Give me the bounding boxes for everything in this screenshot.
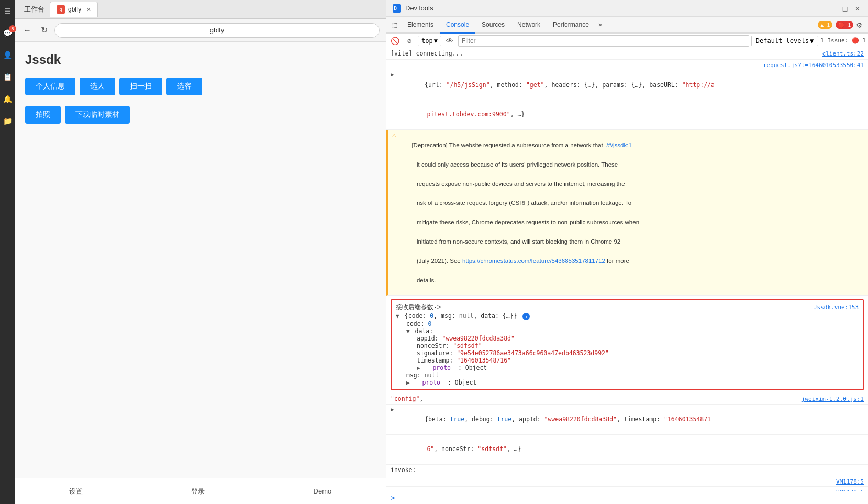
- eye-icon[interactable]: 👁: [443, 35, 456, 47]
- proto2-line: ▶ __proto__: Object: [396, 379, 859, 386]
- tab-performance[interactable]: Performance: [547, 16, 595, 33]
- config-text: "config",: [391, 395, 802, 403]
- expand-proto1-icon[interactable]: ▶: [417, 365, 420, 371]
- devtools-logo: D: [393, 4, 401, 13]
- refresh-button[interactable]: ↻: [38, 24, 50, 37]
- invoke-text: invoke:: [391, 466, 864, 475]
- levels-chevron-icon: ▼: [810, 37, 814, 45]
- button-row-2: 拍照 下载临时素材: [25, 106, 375, 124]
- proto1-line: ▶ __proto__: Object: [396, 364, 859, 371]
- vite-source[interactable]: client.ts:22: [822, 49, 864, 57]
- personal-info-button[interactable]: 个人信息: [25, 78, 75, 95]
- sidebar-folder-icon[interactable]: 📁: [2, 115, 13, 127]
- button-row-1: 个人信息 选人 扫一扫 选客: [25, 78, 375, 95]
- warning-badge[interactable]: ▲ 1: [818, 21, 832, 29]
- obj-preview: {code: 0, msg: null, data: {…}} i: [405, 312, 530, 320]
- scan-button[interactable]: 扫一扫: [119, 78, 162, 95]
- browser-tab[interactable]: g gblfy ×: [50, 2, 98, 17]
- warning-text: [Deprecation] The website requested a su…: [398, 131, 864, 295]
- browser-area: 工作台 g gblfy × ← ↻ gblfy Jssdk 个人信息 选人 扫一…: [15, 0, 386, 504]
- badge-count: 8: [9, 25, 16, 32]
- issue-count[interactable]: 1 Issue: 🔴 1: [820, 37, 866, 44]
- page-title: Jssdk: [25, 52, 375, 67]
- tab-sources[interactable]: Sources: [475, 16, 511, 33]
- settings-gear-icon[interactable]: ⚙: [856, 20, 862, 30]
- beta-cont-text: 6", nonceStr: "sdfsdf", …}: [391, 436, 864, 463]
- object-cont-text: pitest.tobdev.com:9900", …}: [391, 101, 864, 128]
- log-levels-selector[interactable]: Default levels ▼: [751, 36, 818, 46]
- backend-params-label: 接收后端参数->: [396, 303, 441, 311]
- select-person-button[interactable]: 选人: [80, 78, 115, 95]
- signature-line: signature: "9e54e052786ae3473a66c960a47e…: [396, 349, 859, 357]
- prohibit-button[interactable]: ⊘: [403, 35, 416, 47]
- sidebar-list-icon[interactable]: 📋: [2, 71, 13, 83]
- filter-input[interactable]: [458, 35, 749, 47]
- timestamp-line: timestamp: "1646013548716": [396, 357, 859, 364]
- svg-text:D: D: [394, 6, 397, 12]
- console-input[interactable]: [398, 494, 864, 501]
- vm5-source[interactable]: VM1178:5: [836, 477, 864, 485]
- back-button[interactable]: ←: [21, 24, 34, 37]
- console-line-vm5: VM1178:5: [386, 476, 868, 487]
- more-tabs-button[interactable]: »: [595, 21, 605, 28]
- expand-icon[interactable]: ▶: [391, 71, 394, 78]
- workbench-label: 工作台: [19, 5, 50, 14]
- console-prompt: >: [386, 491, 868, 504]
- tab-elements[interactable]: Elements: [401, 16, 440, 33]
- expand-data-icon[interactable]: ▼: [406, 328, 410, 335]
- tab-close-button[interactable]: ×: [86, 5, 91, 14]
- url-bar[interactable]: gblfy: [54, 23, 380, 38]
- object-main-line: ▼ {code: 0, msg: null, data: {…}} i: [396, 312, 859, 320]
- sidebar-chat-icon[interactable]: 💬 8: [2, 27, 13, 39]
- vite-connecting-text: [vite] connecting...: [391, 49, 822, 58]
- info-icon: i: [522, 313, 530, 320]
- error-badge[interactable]: 🔴 1: [836, 21, 853, 29]
- vm6-source[interactable]: VM1178:6: [836, 488, 864, 491]
- tab-title: gblfy: [68, 6, 81, 13]
- inspect-element-button[interactable]: ⬚: [388, 18, 401, 31]
- devtools-tabs: ⬚ Elements Console Sources Network Perfo…: [386, 17, 868, 34]
- page-content: Jssdk 个人信息 选人 扫一扫 选客 拍照 下载临时素材: [15, 42, 386, 478]
- console-line-object: ▶ {url: "/h5/jsSign", method: "get", hea…: [386, 70, 868, 100]
- jssdk-source[interactable]: Jssdk.vue:153: [814, 304, 859, 311]
- close-button[interactable]: ×: [853, 4, 862, 13]
- console-line-object-cont: pitest.tobdev.com:9900", …}: [386, 100, 868, 130]
- devtools-titlebar: D DevTools — □ ×: [386, 0, 868, 17]
- minimize-button[interactable]: —: [828, 4, 837, 13]
- expand-obj-icon[interactable]: ▼: [396, 313, 399, 320]
- console-line-request-source: request.js?t=1646010533550:41: [386, 60, 868, 70]
- console-output: [vite] connecting... client.ts:22 reques…: [386, 48, 868, 491]
- context-selector[interactable]: top ▼: [418, 36, 441, 46]
- console-line-invoke: invoke:: [386, 465, 868, 476]
- sidebar-menu-icon[interactable]: ☰: [2, 5, 13, 17]
- expand-beta-icon[interactable]: ▶: [391, 406, 394, 413]
- maximize-button[interactable]: □: [841, 4, 849, 13]
- sidebar: ☰ 💬 8 👤 📋 🔔 📁: [0, 0, 15, 504]
- sidebar-user-icon[interactable]: 👤: [2, 49, 13, 61]
- settings-nav[interactable]: 设置: [69, 487, 83, 496]
- appid-line: appId: "wwea98220fdcd8a38d": [396, 335, 859, 342]
- expand-proto2-icon[interactable]: ▶: [406, 379, 410, 386]
- tab-bar: 工作台 g gblfy ×: [15, 0, 386, 19]
- beta-text: {beta: true, debug: true, appId: "wwea98…: [396, 406, 864, 433]
- code-line: code: 0: [396, 320, 859, 327]
- clear-console-button[interactable]: 🚫: [388, 35, 401, 47]
- data-expand-line: ▼ data:: [396, 327, 859, 335]
- bottom-nav: 设置 登录 Demo: [15, 478, 386, 504]
- tab-console[interactable]: Console: [440, 17, 475, 34]
- highlighted-block: 接收后端参数-> Jssdk.vue:153 ▼ {code: 0, msg: …: [391, 299, 864, 390]
- warning-icon: ⚠: [392, 131, 396, 139]
- take-photo-button[interactable]: 拍照: [25, 106, 61, 124]
- demo-nav[interactable]: Demo: [314, 487, 332, 495]
- noncestr-line: nonceStr: "sdfsdf": [396, 342, 859, 349]
- select-customer-button[interactable]: 选客: [166, 78, 202, 95]
- devtools-panel: D DevTools — □ × ⬚ Elements Console Sour…: [386, 0, 868, 504]
- login-nav[interactable]: 登录: [191, 487, 205, 496]
- tab-network[interactable]: Network: [511, 16, 547, 33]
- request-source[interactable]: request.js?t=1646010533550:41: [763, 61, 864, 69]
- download-temp-material-button[interactable]: 下载临时素材: [65, 106, 130, 124]
- sidebar-bell-icon[interactable]: 🔔: [2, 93, 13, 105]
- object-text: {url: "/h5/jsSign", method: "get", heade…: [396, 71, 864, 98]
- msg-line: msg: null: [396, 371, 859, 379]
- jweixin-source[interactable]: jweixin-1.2.0.js:1: [802, 395, 864, 402]
